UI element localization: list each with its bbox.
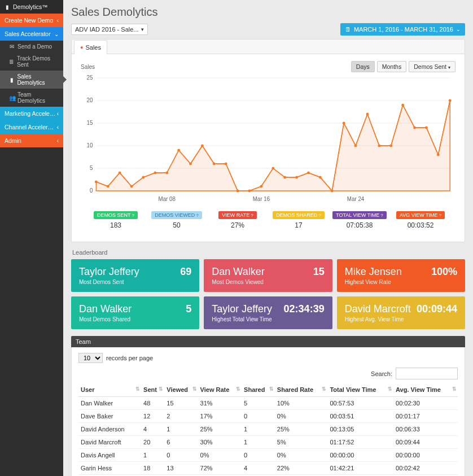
top-bar: ADV IAD 2016 - Sale... ▾ 🗓 MARCH 1, 2016… [71, 23, 465, 36]
date-range-picker[interactable]: 🗓 MARCH 1, 2016 - MARCH 31, 2016 ⌄ [340, 23, 465, 36]
leaderboard-card[interactable]: Dan WalkerMost Demos Shared5 [71, 296, 199, 329]
nav-sub-track-demos[interactable]: ≣ Track Demos Sent [0, 53, 63, 71]
tab-sales-label: Sales [85, 44, 101, 51]
table-cell: 00:01:17 [393, 410, 458, 423]
card-subtitle: Highest View Rate [345, 279, 402, 285]
brand-label: Demolytics™ [13, 3, 48, 10]
svg-point-37 [354, 145, 357, 147]
column-header[interactable]: User⇅ [78, 383, 141, 397]
leaderboard-card[interactable]: Dan WalkerMost Demos Viewed15 [204, 259, 332, 292]
svg-point-39 [378, 145, 380, 147]
table-cell: 00:03:51 [327, 410, 393, 423]
sort-icon: ⇅ [135, 386, 139, 392]
table-cell: 15 [164, 397, 198, 410]
stat-row: DEMOS SENT? 183 DEMOS VIEWED? 50 VIEW RA… [81, 206, 456, 237]
nav-sales-label: Sales Accelerator [5, 30, 51, 37]
stat-value: 07:05:38 [331, 221, 388, 229]
svg-point-30 [271, 167, 274, 170]
nav-admin-label: Admin [5, 137, 21, 144]
tab-sales[interactable]: ● Sales [74, 40, 107, 55]
card-metric: 69 [180, 266, 191, 278]
chevron-down-icon: ⌄ [456, 27, 461, 32]
column-header[interactable]: Total View Time⇅ [327, 383, 393, 397]
stat-avg-view-time: AVG VIEW TIME? 00:03:52 [392, 211, 449, 229]
nav-channel-accelerator[interactable]: Channel Accelerator ‹ [0, 120, 63, 134]
card-subtitle: Most Demos Viewed [212, 279, 264, 285]
table-cell: 00:02:30 [393, 397, 458, 410]
stat-demos-viewed: DEMOS VIEWED? 50 [148, 211, 205, 229]
sidebar: ▮ Demolytics™ Create New Demo ‹ Sales Ac… [0, 0, 63, 476]
nav-create-demo[interactable]: Create New Demo ‹ [0, 14, 63, 27]
help-icon[interactable]: ? [251, 213, 253, 218]
table-cell: Dan Walker [78, 397, 141, 410]
leaderboard-card[interactable]: Taylor JefferyMost Demos Sent69 [71, 259, 199, 292]
nav-sub-team-demolytics[interactable]: 👥 Team Demolytics [0, 89, 63, 107]
demo-selector[interactable]: ADV IAD 2016 - Sale... ▾ [71, 24, 148, 35]
help-icon[interactable]: ? [196, 213, 198, 218]
leaderboard-card[interactable]: Mike JensenHighest View Rate100% [337, 259, 465, 292]
help-icon[interactable]: ? [318, 213, 321, 218]
table-cell: 00:06:33 [393, 423, 458, 436]
help-icon[interactable]: ? [380, 213, 383, 218]
chevron-down-icon: ⌄ [54, 31, 59, 37]
nav-sales-accelerator[interactable]: Sales Accelerator ⌄ [0, 27, 63, 41]
bar-chart-icon: ▮ [9, 77, 15, 83]
table-cell: Garin Hess [78, 462, 141, 475]
table-cell: 25% [275, 423, 328, 436]
table-cell: Davis Angell [78, 449, 141, 462]
nav-sub-send-label: Send a Demo [17, 43, 52, 50]
svg-point-17 [119, 172, 121, 174]
stat-value: 50 [148, 221, 205, 229]
toggle-months[interactable]: Months [377, 61, 406, 72]
card-name: David Marcroft [345, 303, 411, 315]
help-icon[interactable]: ? [439, 213, 441, 218]
records-select[interactable]: 10 [78, 353, 103, 363]
nav-sub-send-demo[interactable]: ✉ Send a Demo [0, 41, 63, 53]
leaderboard-card[interactable]: Taylor JefferyHighest Total View Time02:… [204, 296, 332, 329]
column-header[interactable]: Viewed⇅ [164, 383, 198, 397]
table-cell: 00:02:42 [393, 462, 458, 475]
table-cell: 48 [141, 397, 164, 410]
brand: ▮ Demolytics™ [0, 0, 63, 14]
toggle-days[interactable]: Days [351, 61, 375, 72]
chevron-left-icon: ‹ [57, 138, 59, 144]
column-header[interactable]: Sent⇅ [141, 383, 164, 397]
page-title: Sales Demolytics [71, 6, 465, 19]
column-header[interactable]: Avg. View Time⇅ [393, 383, 458, 397]
table-cell: 22% [275, 462, 328, 475]
stat-badge: TOTAL VIEW TIME? [332, 211, 387, 219]
chart-toggle-group: Days Months Demos Sent▾ [351, 61, 456, 72]
svg-point-24 [201, 145, 204, 147]
table-cell: 00:00:00 [327, 449, 393, 462]
table-cell: 01:42:21 [327, 462, 393, 475]
table-cell: Dave Baker [78, 410, 141, 423]
svg-point-27 [236, 190, 239, 193]
records-per-page: 10 records per page [78, 353, 458, 363]
sort-icon: ⇅ [388, 386, 391, 392]
nav-marketing-accelerator[interactable]: Marketing Accelerator ‹ [0, 107, 63, 120]
column-header[interactable]: Shared Rate⇅ [275, 383, 328, 397]
table-cell: David Anderson [78, 423, 141, 436]
table-cell: 20 [141, 436, 164, 449]
column-header[interactable]: View Rate⇅ [198, 383, 242, 397]
toggle-days-label: Days [356, 63, 370, 70]
table-cell: 0 [242, 449, 275, 462]
toggle-months-label: Months [382, 63, 401, 70]
records-label: records per page [106, 355, 153, 361]
search-label: Search: [371, 370, 392, 377]
nav-sub-sales-demolytics[interactable]: ▮ Sales Demolytics [0, 71, 63, 89]
svg-point-26 [225, 163, 227, 165]
svg-text:15: 15 [87, 120, 93, 126]
card-subtitle: Most Demos Sent [79, 279, 139, 285]
svg-point-20 [154, 172, 156, 174]
table-cell: 12 [141, 410, 164, 423]
help-icon[interactable]: ? [132, 213, 134, 218]
leaderboard-card[interactable]: David MarcroftHighest Avg. View Time00:0… [337, 296, 465, 329]
demo-selector-value: ADV IAD 2016 - Sale... [75, 26, 139, 33]
nav-admin[interactable]: Admin ‹ [0, 134, 63, 147]
svg-point-21 [165, 172, 168, 174]
team-body: 10 records per page Search: User⇅Sent⇅Vi… [71, 347, 465, 476]
search-input[interactable] [396, 368, 458, 379]
metric-dropdown[interactable]: Demos Sent▾ [409, 61, 456, 72]
column-header[interactable]: Shared⇅ [242, 383, 275, 397]
